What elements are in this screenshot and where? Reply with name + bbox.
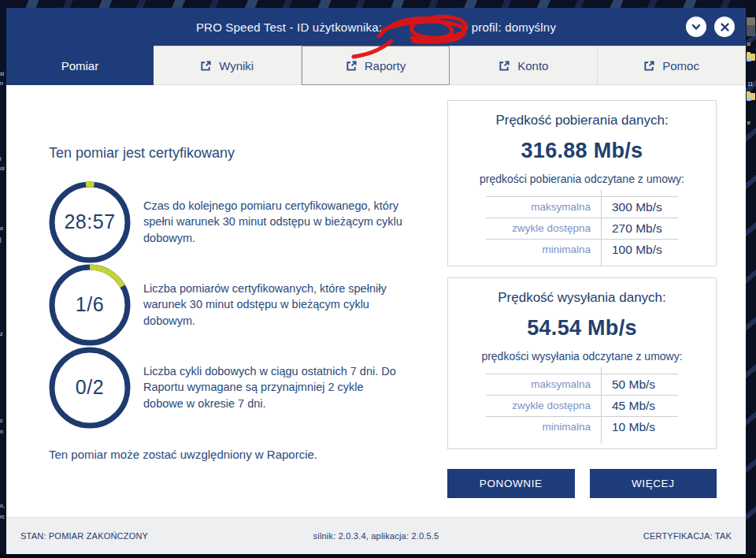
table-row: zwykle dostępna 270 Mb/s: [486, 218, 679, 239]
upload-contract-table: maksymalna 50 Mb/s zwykle dostępna 45 Mb…: [486, 367, 679, 444]
desktop-text-fragment: oi: [0, 166, 4, 171]
desktop-text-fragment: c: [0, 418, 3, 423]
tab-label: Pomoc: [662, 59, 699, 73]
download-contract-table: maksymalna 300 Mb/s zwykle dostępna 270 …: [486, 190, 679, 266]
tab-label: Wyniki: [219, 59, 254, 73]
tab-raporty[interactable]: Raporty: [302, 46, 450, 85]
timer-row: 28:57 Czas do kolejnego pomiaru certyfik…: [49, 180, 427, 263]
tab-wyniki[interactable]: Wyniki: [154, 46, 302, 85]
pro-speed-test-window: PRO Speed Test - ID użytkownika: - profi…: [6, 8, 746, 554]
cycles-count-row: 0/2 Liczba cykli dobowych w ciągu ostatn…: [49, 346, 427, 429]
table-row: maksymalna 50 Mb/s: [486, 374, 679, 395]
folder-icon[interactable]: [747, 93, 755, 100]
tab-pomiar[interactable]: Pomiar: [6, 46, 154, 85]
desktop-icon-label: o: [747, 41, 750, 46]
certification-heading: Ten pomiar jest certyfikowany: [49, 145, 427, 162]
minimize-button[interactable]: [686, 17, 706, 37]
cycles-description: Liczba cykli dobowych w ciągu ostatnich …: [143, 363, 405, 412]
table-row: minimalna 100 Mb/s: [486, 239, 679, 260]
window-title: PRO Speed Test - ID użytkownika: - profi…: [196, 20, 556, 34]
timer-description: Czas do kolejnego pomiaru certyfikowaneg…: [143, 198, 405, 247]
report-note: Ten pomiar może zostać uwzględniony w Ra…: [49, 448, 427, 461]
measurement-page: Ten pomiar jest certyfikowany 28:57 Czas…: [6, 85, 746, 517]
external-link-icon: [498, 60, 510, 72]
certification-panel: Ten pomiar jest certyfikowany 28:57 Czas…: [49, 85, 427, 461]
tab-bar: Pomiar Wyniki Raporty Konto Pomoc: [6, 46, 746, 85]
tab-label: Konto: [517, 59, 548, 73]
upload-speed-value: 54.54 Mb/s: [448, 316, 716, 340]
desktop-text-fragment: rc: [0, 514, 5, 519]
tab-konto[interactable]: Konto: [450, 46, 598, 85]
desktop-wallpaper-top: [0, 0, 756, 8]
desktop-edge-bottom: [0, 554, 756, 558]
cycles-ring: 0/2: [49, 347, 131, 429]
upload-contract-subtitle: prędkości wysyłania odczytane z umowy:: [448, 350, 716, 363]
upload-speed-panel: Prędkość wysyłania danych: 54.54 Mb/s pr…: [447, 277, 717, 449]
status-bar: STAN: POMIAR ZAKOŃCZONY silnik: 2.0.3.4,…: [6, 517, 746, 554]
status-versions: silnik: 2.0.3.4, aplikacja: 2.0.5.5: [6, 531, 746, 541]
timer-value: 28:57: [49, 181, 131, 263]
desktop-text-fragment: n: [0, 80, 3, 86]
close-button[interactable]: [714, 17, 735, 37]
tab-pomoc[interactable]: Pomoc: [598, 46, 746, 85]
close-icon: [720, 22, 730, 32]
speed-results: Prędkość pobierania danych: 316.88 Mb/s …: [447, 100, 717, 498]
desktop-text-fragment: n: [0, 429, 3, 434]
desktop-text-fragment: i: [0, 156, 2, 162]
table-row: zwykle dostępna 45 Mb/s: [486, 395, 679, 416]
desktop-photo-icon[interactable]: [747, 17, 755, 36]
external-link-icon: [346, 60, 358, 72]
desktop-edge-left: sl n i oi o j z c n o, rc: [0, 0, 6, 558]
table-row: maksymalna 300 Mb/s: [486, 196, 679, 218]
download-speed-value: 316.88 Mb/s: [448, 139, 716, 163]
folder-icon[interactable]: [747, 54, 755, 61]
desktop-text-fragment: o,: [0, 503, 5, 508]
download-speed-panel: Prędkość pobierania danych: 316.88 Mb/s …: [447, 100, 717, 266]
chevron-down-icon: [691, 21, 702, 32]
measurements-description: Liczba pomiarów certyfikowanych, które s…: [143, 281, 405, 329]
cycles-count-value: 0/2: [49, 347, 131, 429]
desktop-text-fragment: z: [0, 331, 3, 337]
tab-label: Raporty: [365, 59, 406, 73]
measurements-count-value: 1/6: [49, 264, 131, 346]
more-button[interactable]: WIĘCEJ: [590, 469, 717, 498]
desktop-icon-label: 11: [747, 81, 753, 87]
desktop-icon-label: e: [747, 120, 750, 125]
timer-ring: 28:57: [49, 181, 131, 263]
retry-button[interactable]: PONOWNIE: [447, 469, 575, 498]
desktop-edge-right: o 11 e: [746, 0, 756, 558]
measurements-ring: 1/6: [49, 264, 131, 346]
action-buttons: PONOWNIE WIĘCEJ: [447, 469, 717, 498]
external-link-icon: [643, 60, 655, 72]
download-panel-title: Prędkość pobierania danych:: [448, 113, 716, 128]
desktop-text-fragment: o: [0, 225, 3, 231]
upload-panel-title: Prędkość wysyłania danych:: [448, 290, 716, 306]
desktop-text-fragment: sl: [0, 71, 4, 76]
desktop-text-fragment: j: [0, 236, 2, 242]
table-row: minimalna 10 Mb/s: [486, 416, 679, 437]
measurements-count-row: 1/6 Liczba pomiarów certyfikowanych, któ…: [49, 263, 427, 346]
download-contract-subtitle: prędkości pobierania odczytane z umowy:: [448, 173, 716, 185]
external-link-icon: [200, 60, 212, 72]
tab-label: Pomiar: [61, 59, 99, 73]
titlebar[interactable]: PRO Speed Test - ID użytkownika: - profi…: [6, 8, 746, 46]
window-controls: [686, 8, 735, 46]
